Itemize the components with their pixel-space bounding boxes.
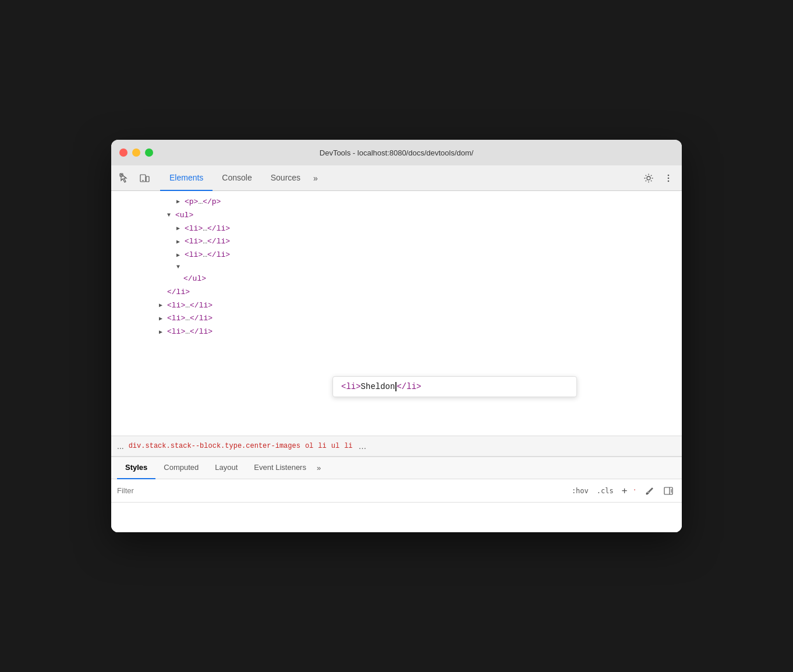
svg-point-4 [647, 176, 650, 180]
ellipsis-p: … [198, 196, 203, 208]
more-options-button[interactable] [660, 169, 677, 187]
tag-li-1-close: </li> [207, 223, 230, 235]
more-options-icon [663, 173, 674, 183]
dom-line-p[interactable]: <p>… </p> [111, 196, 682, 209]
dom-line-li-close[interactable]: </li> [111, 286, 682, 299]
device-toolbar-button[interactable] [136, 169, 153, 187]
styles-tab-styles[interactable]: Styles [117, 457, 155, 479]
breadcrumb-more[interactable]: … [359, 441, 367, 451]
tag-li-2-open: <li> [185, 236, 203, 248]
triangle-li-2[interactable] [176, 238, 185, 247]
cls-button[interactable]: .cls [594, 486, 616, 496]
devtools-panel: Elements Console Sources » [111, 165, 682, 532]
triangle-li-5[interactable] [159, 314, 167, 324]
dom-line-li-4[interactable]: <li>…</li> [111, 299, 682, 313]
titlebar: DevTools - localhost:8080/docs/devtools/… [111, 140, 682, 165]
styles-panel: Styles Computed Layout Event Listeners »… [111, 457, 682, 532]
tag-li-2-close: </li> [207, 236, 230, 248]
devtools-tabbar: Elements Console Sources » [111, 165, 682, 191]
styles-tab-more[interactable]: » [314, 460, 323, 476]
dom-line-ul-close[interactable]: </ul> [111, 273, 682, 286]
tag-li-5-close: </li> [190, 313, 213, 325]
dom-line-li-sheldon[interactable]: <li>Sheldon</li> [111, 262, 682, 273]
traffic-lights [119, 148, 153, 157]
tab-console[interactable]: Console [213, 165, 261, 191]
maximize-button[interactable] [145, 148, 153, 157]
close-button[interactable] [119, 148, 128, 157]
inspect-icon [119, 173, 130, 183]
breadcrumb-item-ol[interactable]: ol [305, 442, 313, 450]
ellipsis-li-4: … [185, 300, 190, 312]
dom-line-li-2[interactable]: <li>…</li> [111, 235, 682, 249]
hov-button[interactable]: :hov [569, 486, 591, 496]
add-rule-button[interactable]: + . [619, 484, 639, 497]
device-icon [139, 173, 150, 183]
dom-edit-popup[interactable]: <li>Sheldon</li> [332, 376, 577, 397]
breadcrumb-item-div[interactable]: div.stack.stack--block.type.center-image… [129, 442, 300, 450]
dom-line-li-3[interactable]: <li>…</li> [111, 249, 682, 262]
tabbar-tool-icons [116, 169, 153, 187]
tab-sources[interactable]: Sources [261, 165, 310, 191]
tag-li-6-open: <li> [167, 326, 185, 338]
ellipsis-li-6: … [185, 326, 190, 338]
breadcrumb-dots[interactable]: ... [117, 441, 124, 451]
dom-line-li-6[interactable]: <li>…</li> [111, 326, 682, 339]
tag-li-3-open: <li> [185, 249, 203, 261]
tab-elements[interactable]: Elements [160, 165, 213, 191]
ellipsis-li-2: … [203, 236, 207, 248]
tabbar-right-actions [640, 169, 677, 187]
sidebar-toggle-icon [663, 486, 674, 496]
tab-more-button[interactable]: » [310, 169, 321, 188]
toggle-sidebar-button[interactable] [661, 483, 676, 498]
tag-p-open: <p> [185, 196, 198, 208]
add-icon: + [622, 485, 628, 496]
devtools-window: DevTools - localhost:8080/docs/devtools/… [111, 140, 682, 532]
triangle-li-3[interactable] [176, 251, 185, 260]
breadcrumb-item-li[interactable]: li [318, 442, 326, 450]
filter-actions: :hov .cls + . [569, 483, 676, 498]
svg-rect-2 [146, 176, 149, 182]
edit-popup-text: Sheldon [361, 380, 395, 393]
tag-li-1-open: <li> [185, 223, 203, 235]
ellipsis-li-3: … [203, 249, 207, 261]
settings-button[interactable] [640, 169, 657, 187]
triangle-p[interactable] [176, 197, 185, 207]
tag-li-4-close: </li> [190, 300, 213, 312]
tag-li-5-open: <li> [167, 313, 185, 325]
gear-icon [643, 173, 654, 183]
edit-popup-tag-close: </li> [396, 380, 421, 393]
tag-li-6-close: </li> [190, 326, 213, 338]
edit-popup-tag-open: <li> [341, 380, 361, 393]
styles-tab-event-listeners[interactable]: Event Listeners [246, 457, 314, 479]
tag-li-4-open: <li> [167, 300, 185, 312]
styles-tab-layout[interactable]: Layout [207, 457, 246, 479]
dom-tree: <p>… </p> <ul> <li>…</li> <li>…</li> [111, 191, 682, 436]
dom-line-ul-open[interactable]: <ul> [111, 209, 682, 222]
dom-line-li-5[interactable]: <li>…</li> [111, 312, 682, 326]
tag-ul-open: <ul> [175, 210, 193, 222]
svg-point-8 [646, 493, 648, 494]
window-title: DevTools - localhost:8080/docs/devtools/… [320, 148, 473, 157]
triangle-li-1[interactable] [176, 224, 185, 234]
add-dot-indicator: . [633, 485, 636, 491]
styles-tabs: Styles Computed Layout Event Listeners » [111, 457, 682, 479]
inspect-style-button[interactable] [642, 483, 657, 498]
inspect-element-button[interactable] [116, 169, 133, 187]
breadcrumb-item-ul[interactable]: ul [331, 442, 339, 450]
tag-ul-close: </ul> [183, 273, 206, 285]
svg-point-6 [668, 177, 670, 179]
dom-line-li-1[interactable]: <li>…</li> [111, 222, 682, 236]
triangle-li-4[interactable] [159, 301, 167, 310]
svg-point-5 [668, 174, 670, 176]
styles-tab-computed[interactable]: Computed [155, 457, 207, 479]
triangle-li-sheldon[interactable] [176, 263, 185, 272]
triangle-li-6[interactable] [159, 328, 167, 337]
minimize-button[interactable] [132, 148, 140, 157]
triangle-ul[interactable] [167, 211, 175, 220]
filter-input[interactable] [117, 486, 565, 495]
breadcrumb-item-li2[interactable]: li [344, 442, 352, 450]
filter-bar: :hov .cls + . [111, 479, 682, 503]
tag-li-close: </li> [167, 287, 190, 299]
ellipsis-li-1: … [203, 223, 207, 235]
paint-brush-icon [645, 486, 655, 496]
